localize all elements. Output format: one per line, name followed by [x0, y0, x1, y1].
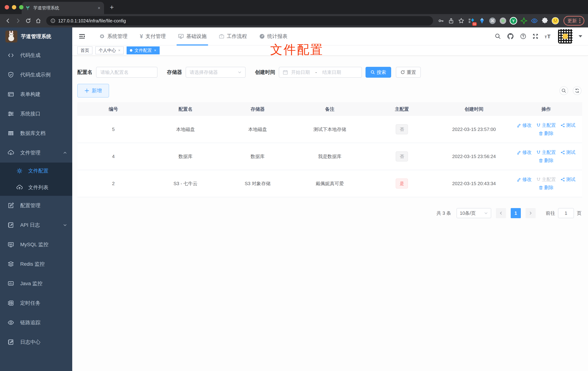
cell-actions: 修改 主配置 测试 删除 [510, 122, 582, 137]
col-header-master: 主配置 [366, 106, 438, 112]
minimize-window-button[interactable] [12, 5, 16, 9]
sidebar-item-trace[interactable]: 链路追踪 [0, 313, 72, 332]
add-button[interactable]: 新增 [77, 84, 109, 97]
sidebar-item-file-manage[interactable]: 文件管理 [0, 143, 72, 163]
col-header-id: 编号 [77, 106, 149, 112]
password-key-icon[interactable] [437, 16, 445, 25]
sidebar-item-file-config[interactable]: 文件配置 [0, 163, 72, 179]
search-button-label: 搜索 [377, 69, 386, 75]
tags-view-bar: 首页 个人中心 × 文件配置 × [72, 45, 588, 56]
nav-item-report[interactable]: 统计报表 [253, 27, 294, 45]
reload-icon[interactable] [24, 16, 32, 25]
help-icon[interactable] [520, 33, 526, 39]
extension-command-icon[interactable]: ⌘ [488, 16, 497, 25]
sidebar-item-cron-job[interactable]: 定时任务 [0, 293, 72, 313]
new-tab-button[interactable]: + [110, 3, 114, 11]
extension-emoji-icon[interactable] [551, 16, 560, 25]
sidebar-item-api-log[interactable]: API 日志 [0, 215, 72, 235]
nav-item-workflow[interactable]: 工作流程 [213, 27, 253, 45]
storage-select[interactable]: 请选择存储器 [186, 67, 246, 78]
filter-storage-label: 存储器 [167, 69, 182, 76]
filter-name-label: 配置名 [77, 69, 93, 76]
sidebar-item-java-monitor[interactable]: Java 监控 [0, 274, 72, 293]
sidebar-item-system-api[interactable]: 系统接口 [0, 104, 72, 124]
test-link[interactable]: 测试 [561, 122, 575, 128]
next-page-button[interactable] [525, 208, 536, 218]
extension-eye-icon[interactable] [530, 16, 539, 25]
tag-close-icon[interactable]: × [118, 48, 120, 53]
nav-item-system[interactable]: 系统管理 [93, 27, 134, 45]
tab-close-icon[interactable]: × [98, 5, 100, 11]
share-icon[interactable] [447, 16, 455, 25]
browser-tab[interactable]: 芋道管理系统 × [22, 2, 104, 14]
current-page-button[interactable]: 1 [511, 208, 521, 218]
test-link[interactable]: 测试 [561, 149, 575, 156]
config-name-input[interactable] [96, 67, 158, 78]
sidebar-item-redis-monitor[interactable]: Redis 监控 [0, 254, 72, 274]
tag-home[interactable]: 首页 [77, 46, 93, 54]
sidebar-item-label: 配置管理 [20, 202, 41, 209]
tag-file-config[interactable]: 文件配置 × [126, 46, 160, 54]
layers-icon [8, 261, 14, 267]
modify-link[interactable]: 修改 [517, 176, 532, 183]
bookmark-star-icon[interactable] [457, 16, 466, 25]
nav-item-infra[interactable]: 基础设施 [172, 27, 213, 45]
master-config-link[interactable]: 主配置 [536, 149, 556, 156]
active-dot-icon [130, 49, 132, 52]
extension-puzzle-icon[interactable] [540, 16, 549, 25]
browser-update-button[interactable]: 更新 [563, 16, 584, 26]
user-avatar[interactable] [558, 29, 572, 43]
sidebar-item-db-doc[interactable]: 数据库文档 [0, 124, 72, 143]
back-icon[interactable] [4, 16, 12, 25]
sidebar-item-code-demo[interactable]: 代码生成示例 [0, 65, 72, 85]
chevron-down-icon [238, 70, 242, 74]
maximize-window-button[interactable] [19, 5, 23, 9]
sidebar-item-mysql-monitor[interactable]: MySQL 监控 [0, 235, 72, 254]
delete-link[interactable]: 删除 [539, 157, 554, 164]
refresh-table-icon[interactable] [573, 86, 581, 95]
search-icon[interactable] [495, 33, 501, 39]
goto-page-input[interactable] [558, 208, 574, 218]
github-icon[interactable] [507, 33, 514, 40]
prev-page-button[interactable] [496, 208, 506, 218]
forward-icon[interactable] [14, 16, 22, 25]
extension-wallet-icon[interactable]: 11 [467, 16, 476, 25]
url-text[interactable]: 127.0.0.1:1024/infra/file/file-config [58, 18, 432, 23]
reset-button[interactable]: 重置 [396, 67, 421, 78]
modify-link[interactable]: 修改 [517, 149, 532, 156]
test-link[interactable]: 测试 [561, 176, 575, 183]
delete-link[interactable]: 删除 [539, 130, 554, 137]
site-info-icon[interactable] [51, 18, 55, 23]
sidebar-item-log-center[interactable]: 日志中心 [0, 332, 72, 352]
nav-item-pay[interactable]: ¥ 支付管理 [134, 27, 172, 45]
avatar-caret-down-icon[interactable] [579, 35, 582, 38]
font-size-icon[interactable]: TT [545, 33, 552, 39]
sidebar-item-config-manage[interactable]: 配置管理 [0, 196, 72, 215]
sidebar-toggle-icon[interactable] [78, 32, 86, 40]
fullscreen-icon[interactable] [532, 33, 538, 39]
modify-link[interactable]: 修改 [517, 122, 532, 128]
date-range-picker[interactable]: 开始日期 - 结束日期 [279, 67, 362, 78]
extension-green-dot-icon[interactable] [498, 16, 507, 25]
extension-gem-icon[interactable] [477, 16, 486, 25]
page-size-select[interactable]: 10条/页 [457, 208, 491, 218]
app-logo-row[interactable]: 芋道管理系统 [0, 27, 72, 45]
url-bar[interactable]: 127.0.0.1:1024/infra/file/file-config [46, 16, 433, 25]
toggle-search-icon[interactable] [559, 86, 568, 95]
master-config-link[interactable]: 主配置 [536, 122, 556, 128]
extension-y-icon[interactable]: Y [509, 16, 518, 25]
window-controls[interactable] [5, 5, 23, 9]
browser-menu-kebab-icon[interactable] [579, 18, 580, 23]
sidebar-item-code-gen[interactable]: 代码生成 [0, 45, 72, 65]
search-button[interactable]: 搜索 [366, 67, 391, 78]
home-icon[interactable] [34, 16, 43, 25]
sidebar-item-label: Redis 监控 [20, 261, 45, 267]
close-window-button[interactable] [5, 5, 9, 9]
tag-close-icon[interactable]: × [154, 48, 156, 53]
sidebar-item-form-builder[interactable]: 表单构建 [0, 85, 72, 104]
sidebar-item-file-list[interactable]: 文件列表 [0, 179, 72, 196]
sidebar-item-label: 系统接口 [20, 110, 41, 117]
extension-star-icon[interactable] [519, 16, 528, 25]
tag-profile[interactable]: 个人中心 × [95, 46, 124, 54]
delete-link[interactable]: 删除 [539, 184, 554, 191]
